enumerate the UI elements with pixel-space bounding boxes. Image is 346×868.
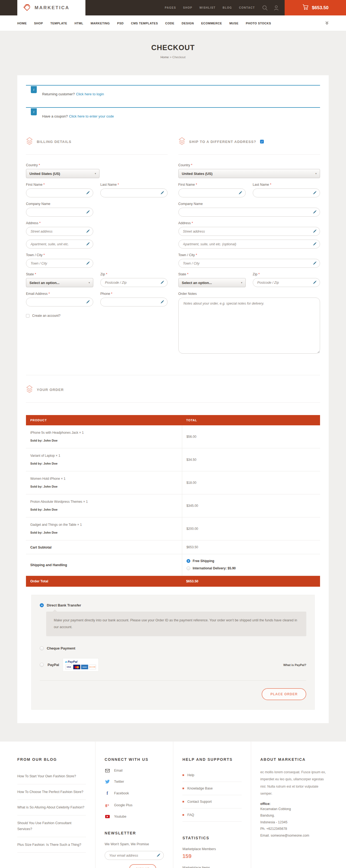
country-label: Country (178, 163, 190, 167)
radio-icon[interactable] (186, 566, 190, 570)
help-link[interactable]: Help (182, 769, 242, 782)
your-order-section: YOUR ORDER PRODUCT TOTAL iPhone 5s with … (26, 375, 320, 710)
nav-shop[interactable]: SHOP (34, 22, 43, 25)
twitter-link[interactable]: Twitter (105, 780, 164, 783)
shipping-town-input[interactable] (178, 259, 320, 268)
shipping-street-input[interactable] (178, 227, 320, 236)
coupon-notice: i Have a coupon? Click here to enter you… (26, 107, 320, 125)
google-plus-link[interactable]: g+ Google Plus (105, 803, 164, 807)
nav-code[interactable]: CODE (165, 22, 174, 25)
billing-last-name-input[interactable] (100, 188, 168, 197)
sign-up-button[interactable]: SIGN UP (129, 864, 156, 868)
nav-cms-templates[interactable]: CMS TEMPLATES (131, 22, 158, 25)
billing-phone-input[interactable] (100, 298, 168, 307)
billing-email-input[interactable] (26, 298, 93, 307)
office-line: Kecamatan Coblong (260, 806, 329, 812)
chevrons-down-icon[interactable] (325, 21, 329, 26)
blog-post-link[interactable]: What is So Alluring About Celebrity Fash… (17, 800, 86, 815)
shipping-apartment-input[interactable] (178, 240, 320, 249)
shipping-state-select[interactable]: Select an option... ▼ (178, 278, 246, 287)
order-notes-textarea[interactable] (178, 298, 320, 353)
payment-method-label: PayPal (47, 663, 59, 667)
square-bullet-icon (182, 814, 184, 816)
breadcrumb-home-link[interactable]: Home (161, 56, 169, 59)
facebook-link[interactable]: f Facebook (105, 791, 164, 796)
radio-icon[interactable] (40, 663, 44, 667)
radio-icon[interactable] (40, 646, 44, 650)
billing-first-name-input[interactable] (26, 188, 93, 197)
top-nav-shop[interactable]: SHOP (183, 6, 192, 9)
shipping-section: SHIP TO A DIFFERENT ADDRESS? ✓ Country *… (178, 137, 320, 359)
paypal-option[interactable]: PayPal ▸ PayPal VISA DISCOVER What is Pa… (40, 658, 306, 671)
billing-company-input[interactable] (26, 208, 93, 217)
shipping-first-name-input[interactable] (178, 188, 246, 197)
nav-marketing[interactable]: MARKETING (91, 22, 110, 25)
nav-design[interactable]: DESIGN (182, 22, 194, 25)
shipping-company-input[interactable] (178, 208, 320, 217)
info-icon: i (31, 86, 37, 93)
blog-post-link[interactable]: Should You Use Fashion Consultant Servic… (17, 815, 86, 837)
blog-post-link[interactable]: How To Start Your Own Fashion Store? (17, 769, 86, 784)
nav-template[interactable]: TEMPLATE (50, 22, 67, 25)
about-heading: ABOUT MARKETICA (260, 757, 329, 762)
youtube-link[interactable]: Youtube (105, 815, 164, 818)
stat-label: Marketplace Members (182, 847, 242, 851)
user-icon[interactable] (273, 5, 279, 11)
blog-post-link[interactable]: Plus Size Fashion: Is There Such a Thing… (17, 837, 86, 853)
cheque-payment-option[interactable]: Cheque Payment (40, 646, 306, 650)
breadcrumb: Home > Checkout (0, 56, 346, 59)
billing-address-field: Address * (26, 221, 93, 249)
product-total: $34.50 (182, 448, 320, 471)
search-icon[interactable] (262, 5, 268, 11)
shipping-country-field: Country * United States (US) ▼ (178, 163, 320, 178)
email-link[interactable]: Email (105, 769, 164, 772)
ship-different-heading: SHIP TO A DIFFERENT ADDRESS? (189, 140, 256, 144)
footer: FROM OUR BLOG How To Start Your Own Fash… (0, 742, 346, 868)
top-nav-contact[interactable]: CONTACT (239, 6, 255, 9)
shipping-last-name-input[interactable] (253, 188, 320, 197)
billing-apartment-input[interactable] (26, 240, 93, 249)
top-nav-wishlist[interactable]: WISHLIST (200, 6, 216, 9)
billing-town-input[interactable] (26, 259, 93, 268)
product-column-header: PRODUCT (26, 415, 182, 425)
billing-section: BILLING DETAILS Country * United States … (26, 137, 168, 359)
billing-state-select[interactable]: Select an option... ▼ (26, 278, 93, 287)
returning-customer-notice: i Returning customer? Click here to logi… (26, 85, 320, 103)
billing-zip-input[interactable] (100, 278, 168, 287)
knowledge-base-link[interactable]: Knowladge Base (182, 782, 242, 795)
newsletter-email-input[interactable] (105, 851, 164, 860)
top-nav-pages[interactable]: PAGES (165, 6, 176, 9)
login-link[interactable]: Click here to login (76, 92, 104, 96)
direct-bank-transfer-option[interactable]: Direct Bank Transfer (40, 603, 306, 607)
shipping-zip-input[interactable] (253, 278, 320, 287)
what-is-paypal-link[interactable]: What is PayPal? (283, 663, 306, 666)
ship-different-checkbox[interactable]: ✓ (260, 140, 264, 144)
billing-country-select[interactable]: United States (US) ▼ (26, 169, 100, 178)
nav-ecommerce[interactable]: ECOMMERCE (201, 22, 222, 25)
town-label: Town / City (178, 253, 195, 257)
country-label: Country (26, 163, 38, 167)
international-delivery-option[interactable]: International Delivery: $5.90 (186, 566, 236, 570)
radio-selected-icon[interactable] (186, 559, 190, 563)
state-label: State (178, 272, 186, 276)
faq-link[interactable]: FAQ (182, 808, 242, 822)
place-order-button[interactable]: PLACE ORDER (262, 688, 306, 700)
logo[interactable]: MARKETICA (17, 0, 85, 16)
coupon-link[interactable]: Click here to enter your code (69, 114, 114, 118)
nav-psd[interactable]: PSD (117, 22, 124, 25)
blog-post-link[interactable]: How To Choose The Perfect Fashion Store? (17, 784, 86, 800)
nav-photo-stocks[interactable]: PHOTO STOCKS (246, 22, 271, 25)
billing-street-input[interactable] (26, 227, 93, 236)
radio-selected-icon[interactable] (40, 603, 44, 607)
cart-button[interactable]: $653.50 (285, 0, 346, 16)
contact-support-link[interactable]: Contact Support (182, 795, 242, 808)
nav-muse[interactable]: MUSE (229, 22, 238, 25)
nav-html[interactable]: HTML (75, 22, 83, 25)
nav-home[interactable]: HOME (17, 22, 27, 25)
shipping-country-select[interactable]: United States (US) ▼ (178, 169, 320, 178)
top-nav-blog[interactable]: BLOG (222, 6, 232, 9)
create-account-checkbox[interactable] (26, 314, 30, 317)
free-shipping-option[interactable]: Free Shipping (186, 559, 214, 563)
layers-icon (178, 137, 185, 146)
billing-email-field: Email Address * (26, 292, 93, 307)
